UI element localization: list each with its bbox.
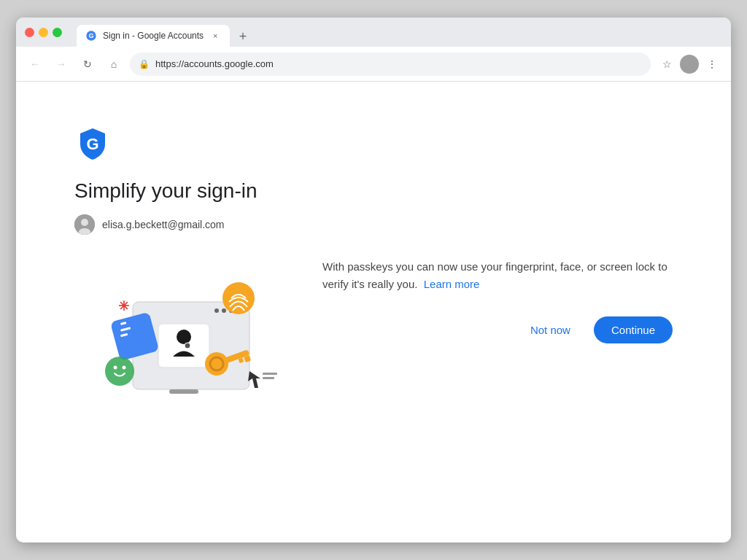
forward-button[interactable]: → <box>51 54 71 74</box>
svg-text:G: G <box>89 32 94 39</box>
svg-point-12 <box>185 343 190 349</box>
tab-title: Sign in - Google Accounts <box>103 31 204 41</box>
svg-rect-29 <box>263 373 277 375</box>
svg-point-7 <box>214 308 219 313</box>
tab-close-button[interactable]: × <box>209 30 221 42</box>
maximize-button[interactable] <box>53 28 62 37</box>
main-content: ✳ <box>74 258 673 419</box>
svg-text:G: G <box>86 135 98 153</box>
title-bar: G Sign in - Google Accounts × + <box>16 18 731 47</box>
address-bar: ← → ↻ ⌂ 🔒 https://accounts.google.com ☆ … <box>16 47 731 82</box>
page-title: Simplify your sign-in <box>74 179 673 203</box>
right-side: With passkeys you can now use your finge… <box>322 258 673 343</box>
passkey-illustration: ✳ <box>74 258 293 419</box>
tab-bar: G Sign in - Google Accounts × + <box>77 18 722 47</box>
address-bar-actions: ☆ ⋮ <box>657 54 722 74</box>
refresh-button[interactable]: ↻ <box>77 54 98 74</box>
user-avatar <box>74 214 95 235</box>
minimize-button[interactable] <box>39 28 48 37</box>
svg-point-22 <box>123 366 126 370</box>
svg-point-11 <box>177 330 191 344</box>
home-button[interactable]: ⌂ <box>104 54 124 74</box>
google-shield-icon: G <box>74 125 111 162</box>
new-tab-button[interactable]: + <box>233 26 253 47</box>
traffic-lights <box>25 28 62 37</box>
main-card: G Simplify your sign-in elisa.g.beckett@… <box>74 125 673 419</box>
continue-button[interactable]: Continue <box>594 316 673 343</box>
svg-point-8 <box>222 308 226 313</box>
svg-marker-28 <box>248 371 260 388</box>
back-button[interactable]: ← <box>25 54 45 74</box>
menu-button[interactable]: ⋮ <box>702 54 722 74</box>
active-tab[interactable]: G Sign in - Google Accounts × <box>77 25 230 47</box>
lock-icon: 🔒 <box>139 59 150 69</box>
learn-more-link[interactable]: Learn more <box>424 278 480 290</box>
svg-point-4 <box>81 219 88 226</box>
svg-text:✳: ✳ <box>118 299 129 314</box>
url-bar[interactable]: 🔒 https://accounts.google.com <box>130 52 651 76</box>
browser-window: G Sign in - Google Accounts × + ← → ↻ ⌂ <box>16 18 731 542</box>
profile-avatar[interactable] <box>680 55 699 74</box>
svg-rect-30 <box>263 377 274 379</box>
user-email: elisa.g.beckett@gmail.com <box>102 219 225 230</box>
page-content: G Simplify your sign-in elisa.g.beckett@… <box>16 82 731 542</box>
svg-rect-13 <box>169 389 198 394</box>
tab-favicon-icon: G <box>85 30 97 42</box>
not-now-button[interactable]: Not now <box>519 318 582 342</box>
close-button[interactable] <box>25 28 34 37</box>
bookmark-button[interactable]: ☆ <box>657 54 677 74</box>
description-text: With passkeys you can now use your finge… <box>322 258 673 293</box>
svg-point-21 <box>114 366 117 370</box>
user-row: elisa.g.beckett@gmail.com <box>74 214 673 235</box>
button-row: Not now Continue <box>322 316 673 343</box>
svg-point-20 <box>105 357 134 386</box>
url-text: https://accounts.google.com <box>155 58 274 69</box>
